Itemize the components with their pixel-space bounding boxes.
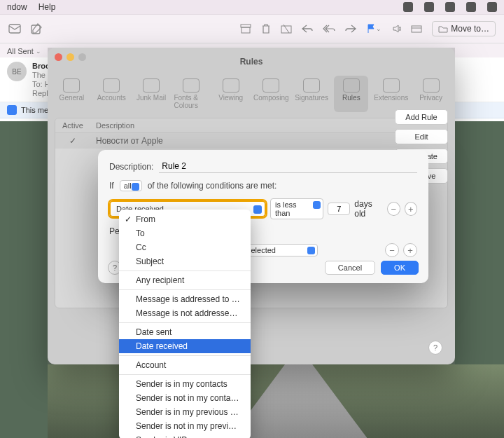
status-icon[interactable] <box>424 2 434 12</box>
folder-icon <box>438 25 448 33</box>
status-icon[interactable] <box>445 2 455 12</box>
minimize-window-button[interactable] <box>66 53 74 61</box>
condition-operator-selector[interactable]: is less than <box>270 198 323 219</box>
condition-field-menu[interactable]: FromToCcSubjectAny recipientMessage is a… <box>119 210 251 438</box>
trash-icon[interactable] <box>261 23 271 34</box>
tab-all-sent[interactable]: All Sent⌄ <box>7 47 41 55</box>
menu-item[interactable]: Help <box>38 2 56 12</box>
svg-rect-5 <box>412 26 421 32</box>
window-title: Rules <box>240 57 263 67</box>
menu-item[interactable]: Any recipient <box>119 273 251 287</box>
help-button[interactable]: ? <box>428 341 442 355</box>
status-icon[interactable] <box>487 2 497 12</box>
move-icon[interactable] <box>411 25 422 33</box>
svg-rect-3 <box>241 27 250 33</box>
archive-icon[interactable] <box>240 24 251 34</box>
add-rule-button[interactable]: Add Rule <box>395 109 448 125</box>
svg-rect-2 <box>241 25 251 27</box>
zoom-window-button[interactable] <box>78 53 86 61</box>
compose-icon[interactable] <box>31 23 42 34</box>
menu-separator <box>119 374 251 375</box>
if-label: If <box>109 181 114 191</box>
ok-button[interactable]: OK <box>381 261 419 275</box>
menubar: ndow Help <box>0 0 504 15</box>
menu-item[interactable]: Subject <box>119 254 251 268</box>
add-condition-button[interactable]: + <box>405 202 417 216</box>
edit-rule-button[interactable]: Edit <box>395 129 448 144</box>
menu-item[interactable]: Message is not addressed to my full name <box>119 306 251 320</box>
status-icon[interactable] <box>466 2 476 12</box>
mail-toolbar: ⌄ Move to… <box>0 15 504 43</box>
condition-value-field[interactable] <box>328 203 350 215</box>
menu-item[interactable]: From <box>119 212 251 226</box>
background-photo <box>48 364 504 438</box>
menu-separator <box>119 322 251 323</box>
menu-separator <box>119 289 251 290</box>
menu-item[interactable]: Sender is not in my contacts <box>119 391 251 405</box>
svg-rect-4 <box>281 26 291 33</box>
description-label: Description: <box>109 162 153 172</box>
menu-item[interactable]: Sender is VIP <box>119 433 251 438</box>
remove-action-button[interactable]: − <box>385 243 399 257</box>
menu-item[interactable]: Sender is in my contacts <box>119 377 251 391</box>
reply-all-icon[interactable] <box>323 25 335 33</box>
menu-separator <box>119 355 251 356</box>
inbox-icon[interactable] <box>8 24 21 34</box>
mute-icon[interactable] <box>391 24 401 34</box>
reply-icon[interactable] <box>302 25 313 33</box>
menu-item[interactable]: ndow <box>7 2 27 12</box>
conditions-suffix: of the following conditions are met: <box>148 181 277 191</box>
condition-unit-label: days old <box>354 199 383 219</box>
remove-condition-button[interactable]: − <box>387 202 400 216</box>
forward-icon[interactable] <box>345 25 356 33</box>
any-all-selector[interactable]: all <box>120 180 142 191</box>
action-row: selected − + <box>242 243 417 257</box>
menu-separator <box>119 271 251 271</box>
cancel-button[interactable]: Cancel <box>325 261 375 275</box>
banner-text: This me <box>21 106 48 114</box>
menu-item[interactable]: Date received <box>119 339 251 353</box>
avatar: BE <box>7 62 27 81</box>
calendar-icon <box>7 105 17 115</box>
menu-item[interactable]: Cc <box>119 240 251 254</box>
status-icon[interactable] <box>403 2 413 12</box>
menu-item[interactable]: Sender is not in my previous recipients <box>119 419 251 433</box>
perform-label: Pe <box>109 226 120 236</box>
move-to-label: Move to… <box>451 24 489 34</box>
close-window-button[interactable] <box>55 53 62 61</box>
move-to-button[interactable]: Move to… <box>432 21 496 36</box>
description-field[interactable] <box>159 160 417 173</box>
action-target-selector[interactable]: selected <box>242 244 318 256</box>
menu-item[interactable]: Date sent <box>119 325 251 339</box>
svg-rect-0 <box>9 25 20 33</box>
titlebar: Rules <box>48 48 455 76</box>
menu-item[interactable]: Message is addressed to my full name <box>119 292 251 306</box>
menu-item[interactable]: Sender is in my previous recipients <box>119 405 251 419</box>
menu-item[interactable]: To <box>119 226 251 240</box>
flag-icon[interactable]: ⌄ <box>366 24 382 34</box>
menu-item[interactable]: Account <box>119 358 251 372</box>
add-action-button[interactable]: + <box>403 243 417 257</box>
junk-icon[interactable] <box>281 24 292 34</box>
